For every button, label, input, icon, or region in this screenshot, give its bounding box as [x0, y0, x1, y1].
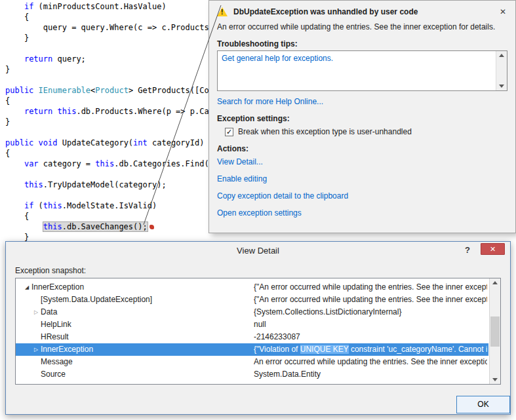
code-token: }: [5, 233, 29, 242]
troubleshooting-tips-box: Get general help for exceptions.: [217, 50, 507, 91]
code-token: public: [5, 138, 33, 147]
scroll-up-icon[interactable]: [492, 281, 498, 284]
exception-property-row[interactable]: SourceSystem.Data.Entity: [16, 368, 488, 381]
popup-action-link[interactable]: Copy exception detail to the clipboard: [217, 191, 507, 200]
help-icon[interactable]: ?: [462, 245, 473, 255]
code-token: {: [5, 12, 29, 22]
close-icon: ✕: [490, 245, 496, 253]
property-value: {"Violation of UNIQUE KEY constraint 'uc…: [254, 343, 487, 356]
scroll-down-icon[interactable]: [492, 378, 498, 381]
break-checkbox-label: Break when this exception type is user-u…: [238, 127, 412, 136]
popup-title: DbUpdateException was unhandled by user …: [233, 7, 498, 16]
break-checkbox-row[interactable]: ✓ Break when this exception type is user…: [225, 127, 507, 136]
code-token: [5, 107, 24, 116]
checkbox-checked-icon[interactable]: ✓: [225, 128, 233, 136]
tree-expanded-icon[interactable]: ◢: [22, 281, 31, 294]
code-token: this: [95, 159, 114, 168]
popup-action-link[interactable]: Open exception settings: [217, 208, 507, 218]
exception-snapshot-label: Exception snapshot:: [15, 266, 501, 275]
code-token: [5, 222, 43, 231]
exception-assistant-popup: DbUpdateException was unhandled by user …: [208, 0, 516, 233]
code-token: query;: [52, 54, 86, 64]
exception-property-row[interactable]: ▷InnerException{"Violation of UNIQUE KEY…: [16, 343, 488, 356]
view-detail-dialog: View Detail ? ✕ Exception snapshot: ◢Inn…: [5, 241, 511, 415]
tip-link[interactable]: Get general help for exceptions.: [222, 54, 333, 63]
code-token: .ModelState.IsValid): [62, 201, 157, 210]
code-token: [5, 201, 24, 210]
property-name: Message: [41, 356, 73, 368]
dialog-titlebar[interactable]: View Detail ? ✕: [6, 242, 510, 259]
exception-property-row[interactable]: HResult-2146233087: [16, 331, 488, 343]
property-value: -2146233087: [254, 331, 487, 343]
code-token: .TryUpdateModel(category);: [43, 180, 167, 189]
code-token: [5, 54, 24, 64]
code-token: }: [5, 33, 29, 43]
current-statement-highlight: this.db.SaveChanges();: [43, 222, 148, 231]
dialog-title: View Detail: [6, 246, 510, 256]
code-token: this: [58, 107, 77, 116]
popup-title-row: DbUpdateException was unhandled by user …: [217, 6, 507, 18]
code-token: query = query.Where(c => c.Products.: [5, 23, 214, 32]
code-token: (minProductsCount.HasValue): [33, 2, 166, 11]
property-value: {System.Collections.ListDictionaryIntern…: [254, 306, 487, 318]
code-token: this: [43, 222, 62, 231]
property-name: [System.Data.UpdateException]: [41, 294, 152, 306]
dialog-close-button[interactable]: ✕: [481, 243, 505, 255]
exception-property-row[interactable]: ▷Data{System.Collections.ListDictionaryI…: [16, 306, 488, 318]
code-token: var: [24, 159, 39, 168]
exception-property-row[interactable]: HelpLinknull: [16, 318, 488, 331]
close-icon[interactable]: ✕: [498, 7, 507, 16]
property-name: HResult: [41, 331, 69, 343]
tips-scrollbar[interactable]: [496, 51, 507, 90]
code-token: }: [5, 117, 10, 126]
code-token: if: [24, 201, 33, 210]
code-token: [5, 180, 24, 189]
code-token: .db.Products.Where(p => p.Cat: [76, 107, 214, 116]
scrollbar-thumb[interactable]: [490, 316, 500, 347]
code-token: void: [39, 138, 58, 147]
code-token: [52, 107, 57, 116]
code-token: .db.SaveChanges();: [62, 222, 148, 231]
exception-property-row[interactable]: ◢InnerException{"An error occurred while…: [16, 281, 488, 294]
code-token: (: [33, 201, 43, 210]
code-token: category =: [39, 159, 96, 168]
warning-icon: [217, 7, 228, 16]
popup-action-link[interactable]: Enable editing: [217, 174, 507, 183]
code-token: Product: [95, 86, 129, 95]
code-token: if: [24, 2, 33, 11]
property-name: Source: [41, 368, 66, 381]
exception-grid-rows: ◢InnerException{"An error occurred while…: [16, 281, 488, 384]
code-token: public: [5, 86, 33, 95]
code-token: return: [24, 107, 52, 116]
exception-property-row[interactable]: MessageAn error occurred while updating …: [16, 356, 488, 368]
property-value: An error occurred while updating the ent…: [254, 356, 487, 368]
code-token: [5, 2, 24, 11]
code-token: return: [24, 54, 52, 64]
tree-collapsed-icon[interactable]: ▷: [31, 343, 41, 356]
popup-action-link[interactable]: View Detail...: [217, 157, 507, 166]
scroll-down-icon[interactable]: [499, 85, 504, 88]
code-token: UpdateCategory(: [58, 138, 134, 147]
scroll-up-icon[interactable]: [499, 54, 504, 57]
popup-actions-list: View Detail...Enable editingCopy excepti…: [217, 157, 507, 218]
property-value: null: [254, 318, 487, 331]
code-token: {: [5, 96, 10, 105]
dialog-body: Exception snapshot: ◢InnerException{"An …: [6, 266, 510, 420]
code-token: [5, 159, 24, 168]
exception-snapshot-grid: ◢InnerException{"An error occurred while…: [15, 278, 501, 385]
code-token: IEnumerable: [39, 86, 90, 95]
tree-collapsed-icon[interactable]: ▷: [31, 306, 41, 318]
property-name: InnerException: [41, 343, 93, 356]
code-token: }: [5, 65, 10, 74]
exception-property-row[interactable]: [System.Data.UpdateException]{"An error …: [16, 294, 488, 306]
search-hit-highlight: UNIQUE KEY: [300, 345, 349, 354]
search-help-link[interactable]: Search for more Help Online...: [217, 97, 323, 106]
actions-label: Actions:: [217, 144, 507, 153]
grid-scrollbar[interactable]: [489, 278, 500, 384]
code-token: .db.Categories.Find(ca: [114, 159, 218, 168]
ok-button[interactable]: OK: [456, 396, 510, 413]
error-glyph-icon: [149, 225, 154, 229]
code-token: int: [133, 138, 148, 147]
code-token: this: [24, 180, 43, 189]
code-token: [33, 86, 38, 95]
